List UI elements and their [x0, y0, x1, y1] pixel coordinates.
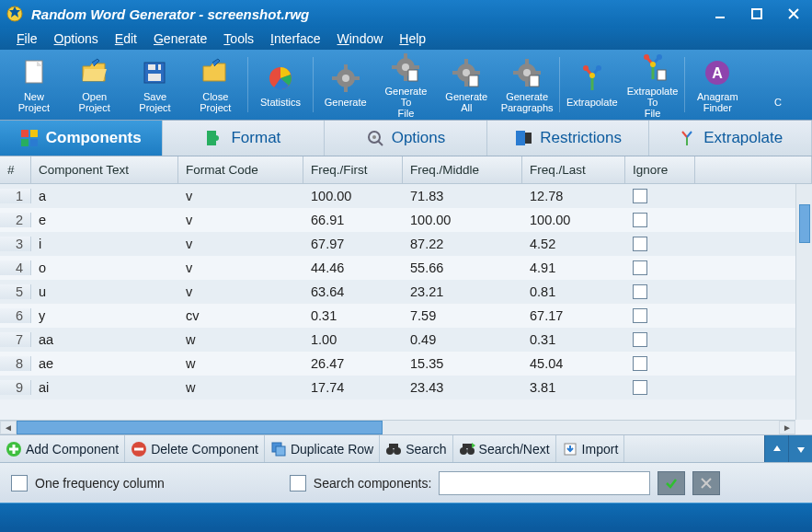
table-row[interactable]: 3iv67.9787.224.52: [0, 232, 812, 256]
cell-ignore[interactable]: [625, 380, 695, 395]
cell-freq-first[interactable]: 1.00: [303, 332, 403, 347]
cell-freq-middle[interactable]: 87.22: [403, 237, 522, 251]
action-search[interactable]: Search: [380, 435, 452, 462]
column-header[interactable]: #: [0, 156, 31, 183]
cell-freq-first[interactable]: 26.47: [303, 356, 403, 371]
cell-freq-middle[interactable]: 55.66: [403, 260, 522, 275]
cell-ignore[interactable]: [625, 332, 695, 347]
tab-components[interactable]: Components: [0, 121, 163, 156]
cell-freq-middle[interactable]: 23.21: [403, 284, 522, 299]
cell-freq-first[interactable]: 67.97: [303, 237, 403, 251]
cell-freq-middle[interactable]: 71.83: [403, 189, 522, 203]
toolbar-generate-all[interactable]: GenerateAll: [436, 52, 497, 118]
ignore-checkbox[interactable]: [633, 237, 647, 251]
minimize-button[interactable]: [702, 4, 738, 24]
grid-body[interactable]: 1av100.0071.8312.782ev66.91100.00100.003…: [0, 184, 812, 420]
toolbar-new-project[interactable]: NewProject: [4, 52, 64, 118]
search-components-checkbox[interactable]: [290, 475, 306, 492]
ignore-checkbox[interactable]: [633, 260, 647, 275]
column-header[interactable]: Freq./Middle: [403, 156, 522, 183]
cell-ignore[interactable]: [625, 237, 695, 251]
maximize-button[interactable]: [738, 4, 775, 24]
menu-help[interactable]: Help: [392, 29, 433, 48]
cell-freq-last[interactable]: 0.81: [522, 284, 625, 299]
cell-freq-last[interactable]: 4.91: [522, 260, 625, 275]
cell-freq-last[interactable]: 45.04: [522, 356, 625, 371]
ignore-checkbox[interactable]: [633, 332, 647, 347]
ignore-checkbox[interactable]: [633, 189, 647, 203]
table-row[interactable]: 9aiw17.7423.433.81: [0, 376, 812, 399]
cell-ignore[interactable]: [625, 260, 695, 275]
cell-ignore[interactable]: [625, 308, 695, 323]
toolbar-generate-paragraphs[interactable]: GenerateParagraphs: [497, 52, 557, 118]
scroll-right-icon[interactable]: ►: [779, 421, 795, 434]
cell-freq-first[interactable]: 63.64: [303, 284, 403, 299]
ignore-checkbox[interactable]: [633, 284, 647, 299]
cell-freq-first[interactable]: 66.91: [303, 213, 403, 227]
cell-freq-first[interactable]: 44.46: [303, 260, 403, 275]
cell-format-code[interactable]: w: [178, 380, 303, 395]
tab-format[interactable]: Format: [163, 121, 326, 156]
toolbar-c[interactable]: C: [748, 52, 808, 118]
search-input[interactable]: [439, 471, 650, 495]
menu-interface[interactable]: Interface: [263, 29, 327, 48]
cell-component-text[interactable]: ai: [31, 380, 178, 395]
action-duplicate-row[interactable]: Duplicate Row: [265, 435, 380, 462]
table-row[interactable]: 8aew26.4715.3545.04: [0, 352, 812, 376]
action-import[interactable]: Import: [556, 435, 625, 462]
menu-generate[interactable]: Generate: [146, 29, 214, 48]
menu-options[interactable]: Options: [47, 29, 106, 48]
cell-freq-last[interactable]: 0.31: [522, 332, 625, 347]
column-header[interactable]: Freq./Last: [522, 156, 625, 183]
cell-ignore[interactable]: [625, 213, 695, 227]
toolbar-anagram-finder[interactable]: AAnagramFinder: [687, 52, 748, 118]
table-row[interactable]: 4ov44.4655.664.91: [0, 256, 812, 280]
move-up-button[interactable]: [764, 435, 788, 462]
cell-format-code[interactable]: v: [178, 189, 303, 203]
action-search-next[interactable]: Search/Next: [453, 435, 556, 462]
move-down-button[interactable]: [788, 435, 812, 462]
vertical-scrollbar[interactable]: [795, 184, 812, 420]
action-delete-component[interactable]: Delete Component: [125, 435, 265, 462]
toolbar-open-project[interactable]: OpenProject: [64, 52, 125, 118]
cell-freq-last[interactable]: 100.00: [522, 213, 625, 227]
cell-format-code[interactable]: v: [178, 260, 303, 275]
scroll-left-icon[interactable]: ◄: [0, 421, 17, 434]
cell-component-text[interactable]: aa: [31, 332, 178, 347]
toolbar-save-project[interactable]: SaveProject: [125, 52, 186, 118]
cell-freq-last[interactable]: 3.81: [522, 380, 625, 395]
column-header[interactable]: Ignore: [625, 156, 695, 183]
search-clear-button[interactable]: [692, 471, 720, 495]
cell-component-text[interactable]: a: [31, 189, 178, 203]
toolbar-generate-to-file[interactable]: GenerateToFile: [376, 52, 437, 118]
one-frequency-checkbox[interactable]: [11, 475, 28, 492]
cell-ignore[interactable]: [625, 284, 695, 299]
ignore-checkbox[interactable]: [633, 308, 647, 323]
tab-options[interactable]: Options: [325, 121, 487, 156]
scroll-thumb[interactable]: [17, 421, 383, 434]
cell-format-code[interactable]: v: [178, 237, 303, 251]
column-header[interactable]: Component Text: [31, 156, 178, 183]
cell-freq-middle[interactable]: 100.00: [403, 213, 522, 227]
action-add-component[interactable]: Add Component: [0, 435, 125, 462]
table-row[interactable]: 7aaw1.000.490.31: [0, 328, 812, 352]
cell-freq-first[interactable]: 100.00: [303, 189, 403, 203]
column-header[interactable]: Freq./First: [303, 156, 403, 183]
menu-tools[interactable]: Tools: [216, 29, 261, 48]
toolbar-extrapolate[interactable]: Extrapolate: [562, 52, 623, 118]
cell-component-text[interactable]: e: [31, 213, 178, 227]
cell-ignore[interactable]: [625, 189, 695, 203]
cell-freq-middle[interactable]: 23.43: [403, 380, 522, 395]
cell-format-code[interactable]: w: [178, 332, 303, 347]
cell-freq-first[interactable]: 17.74: [303, 380, 403, 395]
menu-file[interactable]: File: [9, 29, 45, 48]
column-header[interactable]: Format Code: [178, 156, 303, 183]
cell-format-code[interactable]: w: [178, 356, 303, 371]
horizontal-scrollbar[interactable]: ◄ ►: [0, 420, 795, 434]
table-row[interactable]: 5uv63.6423.210.81: [0, 280, 812, 304]
tab-extrapolate[interactable]: Extrapolate: [649, 121, 812, 156]
toolbar-close-project[interactable]: CloseProject: [185, 52, 246, 118]
tab-restrictions[interactable]: Restrictions: [487, 121, 650, 156]
cell-freq-middle[interactable]: 7.59: [403, 308, 522, 323]
cell-component-text[interactable]: y: [31, 308, 178, 323]
